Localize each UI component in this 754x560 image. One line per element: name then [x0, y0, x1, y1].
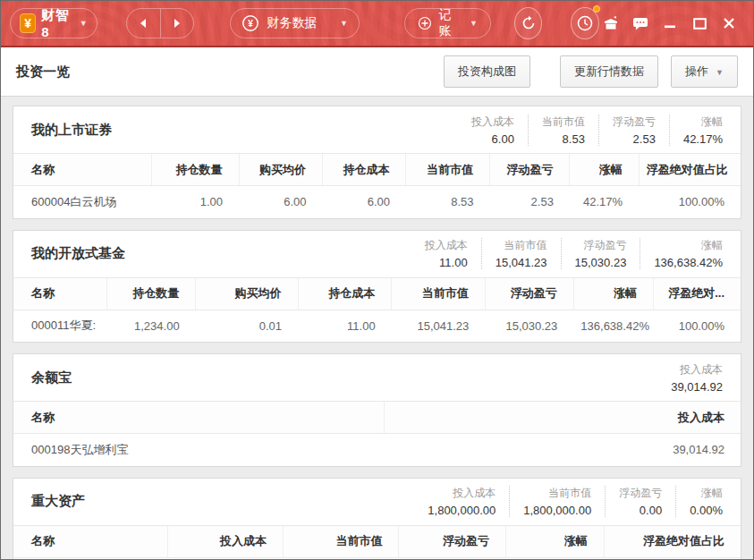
- section-title: 我的上市证券: [31, 122, 112, 139]
- column-header[interactable]: 名称: [13, 525, 167, 557]
- app-menu-button[interactable]: ¥ 财智8 ▼: [10, 8, 97, 38]
- table-cell: 100.00%: [639, 186, 741, 218]
- column-header[interactable]: 投入成本: [167, 525, 283, 557]
- holdings-table: 名称持仓数量购买均价持仓成本当前市值浮动盈亏涨幅浮盈绝对值占比600004白云机…: [13, 153, 741, 218]
- composition-chart-button[interactable]: 投资构成图: [444, 55, 530, 88]
- summary-stat-value: 42.17%: [683, 132, 723, 146]
- column-header[interactable]: 当前市值: [392, 277, 486, 310]
- table-cell: 42.17%: [570, 186, 639, 218]
- module-dropdown[interactable]: ¥ 财务数据 ▼: [230, 8, 359, 38]
- column-header[interactable]: 投入成本: [385, 402, 741, 434]
- section-header: 我的上市证券投入成本6.00当前市值8.53浮动盈亏2.53涨幅42.17%: [13, 106, 741, 153]
- actions-dropdown-button[interactable]: 操作▼: [671, 55, 738, 88]
- column-header[interactable]: 当前市值: [406, 154, 489, 186]
- column-header[interactable]: 购买均价: [196, 277, 298, 310]
- summary-stat-label: 投入成本: [425, 238, 468, 253]
- back-button[interactable]: [127, 9, 160, 38]
- table-cell: 000198天弘增利宝: [13, 434, 385, 466]
- minimize-button[interactable]: [658, 13, 682, 34]
- investment-section-card: 我的开放式基金投入成本11.00当前市值15,041.23浮动盈亏15,030.…: [13, 230, 741, 344]
- window-controls: [599, 13, 744, 34]
- summary-stat-label: 投入成本: [471, 115, 514, 130]
- table-cell: 15,030.23: [485, 310, 573, 342]
- summary-stat: 当前市值8.53: [528, 115, 585, 146]
- table-cell: 0.01: [196, 310, 298, 342]
- table-row[interactable]: 600004白云机场1.006.006.008.532.5342.17%100.…: [13, 186, 741, 218]
- arrow-left-icon: [138, 18, 148, 29]
- column-header[interactable]: 涨幅: [505, 525, 604, 557]
- section-summary: 投入成本11.00当前市值15,041.23浮动盈亏15,030.23涨幅136…: [398, 238, 723, 269]
- table-cell: 1,234.00: [107, 310, 196, 342]
- column-header[interactable]: 持仓成本: [323, 154, 406, 186]
- summary-stat: 涨幅0.00%: [675, 486, 723, 517]
- column-header[interactable]: 名称: [13, 277, 107, 310]
- minimize-icon: [664, 18, 676, 29]
- table-cell: 6.00: [239, 186, 322, 218]
- summary-stat-label: 浮动盈亏: [619, 486, 662, 501]
- summary-stat-value: 6.00: [471, 132, 514, 146]
- forward-button[interactable]: [160, 9, 194, 38]
- summary-stat: 投入成本39,014.92: [657, 362, 723, 394]
- table-cell: 绿乡COCO十年 房子: [13, 557, 167, 559]
- reminder-button[interactable]: [571, 7, 599, 39]
- close-button[interactable]: [717, 13, 741, 34]
- app-window: ¥ 财智8 ▼ ¥ 财务数据 ▼ 记账 ▼: [0, 0, 754, 560]
- app-name: 财智8: [41, 7, 70, 39]
- table-cell: 0.00%: [604, 557, 741, 559]
- finance-data-icon: ¥: [241, 14, 259, 32]
- column-header[interactable]: 涨幅: [573, 277, 653, 310]
- column-header[interactable]: 浮动盈亏: [399, 525, 506, 557]
- gift-icon: [603, 16, 619, 30]
- summary-stat: 投入成本1,800,000.00: [414, 486, 496, 517]
- table-header-row: 名称持仓数量购买均价持仓成本当前市值浮动盈亏涨幅浮盈绝对...: [13, 277, 741, 310]
- maximize-button[interactable]: [688, 13, 711, 34]
- table-cell: 0.00: [399, 557, 506, 559]
- summary-stat-label: 投入成本: [428, 486, 496, 501]
- add-icon: [418, 14, 432, 32]
- investment-section-card: 我的上市证券投入成本6.00当前市值8.53浮动盈亏2.53涨幅42.17%名称…: [13, 106, 741, 219]
- refresh-quotes-button[interactable]: 更新行情数据: [560, 55, 658, 88]
- column-header[interactable]: 浮动盈亏: [489, 154, 569, 186]
- summary-stat-value: 15,041.23: [496, 256, 547, 269]
- investment-section-card: 余额宝投入成本39,014.92名称投入成本000198天弘增利宝39,014.…: [13, 353, 741, 467]
- section-title: 我的开放式基金: [31, 245, 125, 262]
- arrow-right-icon: [172, 18, 182, 29]
- summary-stat-value: 2.53: [613, 132, 656, 146]
- feedback-button[interactable]: [629, 13, 652, 34]
- column-header[interactable]: 购买均价: [239, 154, 322, 186]
- summary-stat-label: 涨幅: [683, 115, 723, 130]
- record-entry-button[interactable]: 记账 ▼: [404, 8, 491, 38]
- table-row[interactable]: 绿乡COCO十年 房子1,800,000.001,800,000.000.000…: [13, 557, 741, 559]
- refresh-button[interactable]: [514, 7, 543, 39]
- column-header[interactable]: 浮盈绝对值占比: [604, 525, 741, 557]
- column-header[interactable]: 浮盈绝对...: [654, 277, 741, 310]
- column-header[interactable]: 名称: [13, 154, 151, 186]
- history-nav: [126, 8, 195, 38]
- column-header[interactable]: 名称: [13, 402, 385, 434]
- gift-button[interactable]: [599, 13, 623, 34]
- summary-stat: 涨幅42.17%: [669, 115, 723, 146]
- column-header[interactable]: 持仓成本: [298, 277, 392, 310]
- close-icon: [723, 17, 735, 30]
- column-header[interactable]: 浮动盈亏: [485, 277, 573, 310]
- maximize-icon: [693, 18, 707, 30]
- refresh-icon: [521, 15, 537, 31]
- table-cell: 2.53: [489, 186, 569, 218]
- summary-stat: 浮动盈亏2.53: [598, 115, 656, 146]
- table-row[interactable]: 000011华夏:1,234.000.0111.0015,041.2315,03…: [13, 310, 741, 342]
- svg-text:¥: ¥: [249, 19, 254, 29]
- column-header[interactable]: 浮盈绝对值占比: [639, 154, 741, 186]
- table-cell: 136,638.42%: [573, 310, 653, 342]
- table-row[interactable]: 000198天弘增利宝39,014.92: [13, 434, 741, 466]
- column-header[interactable]: 持仓数量: [107, 277, 196, 310]
- section-summary: 投入成本1,800,000.00当前市值1,800,000.00浮动盈亏0.00…: [401, 486, 723, 517]
- summary-stat: 投入成本6.00: [458, 115, 514, 146]
- column-header[interactable]: 涨幅: [570, 154, 639, 186]
- column-header[interactable]: 当前市值: [284, 525, 399, 557]
- chevron-down-icon: ▼: [80, 19, 88, 28]
- summary-stat-value: 11.00: [425, 256, 468, 269]
- table-header-row: 名称投入成本: [13, 402, 741, 434]
- column-header[interactable]: 持仓数量: [151, 154, 239, 186]
- chevron-down-icon: ▼: [716, 68, 724, 77]
- summary-stat: 当前市值15,041.23: [481, 238, 547, 269]
